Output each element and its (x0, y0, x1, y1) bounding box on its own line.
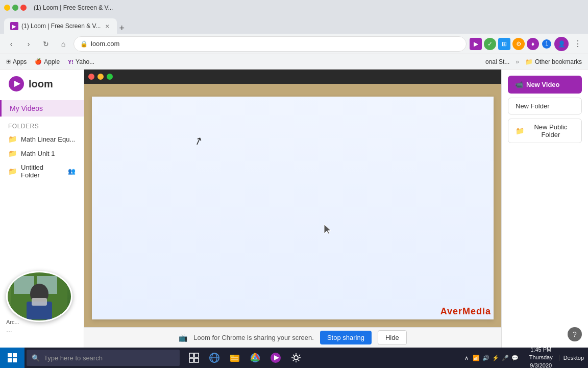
bookmark-apps[interactable]: ⊞ Apps (4, 57, 29, 66)
taskbar-settings[interactable] (286, 348, 306, 368)
clock-date: Thursday9/3/2020 (529, 354, 553, 368)
tab-title: (1) Loom | Free Screen & V... (21, 22, 101, 30)
user-camera-container (6, 271, 62, 317)
svg-rect-15 (194, 358, 199, 362)
loom-logo-icon (8, 76, 24, 92)
search-icon: 🔍 (32, 354, 40, 362)
sys-tray-icons: ∧ 📶 🔊 ⚡ 🎤 💬 (458, 354, 523, 362)
sidebar-folder-untitled[interactable]: 📁 Untitled Folder 👥 (0, 160, 84, 182)
settings-icon (290, 352, 302, 363)
bookmark-apps-label: Apps (13, 58, 27, 65)
profile-icon[interactable]: 👤 (554, 37, 569, 51)
clock-time: 1:45 PM (529, 346, 553, 354)
minimize-button[interactable] (4, 5, 10, 11)
address-text: loom.com (91, 40, 460, 48)
yahoo-icon: Y! (68, 59, 74, 65)
bookmark-apple-label: Apple (44, 58, 60, 65)
taskbar-search-box[interactable]: 🔍 Type here to search (27, 350, 180, 366)
extension-icon-4[interactable]: ♦ (527, 38, 539, 50)
rec-close-btn[interactable] (88, 74, 94, 80)
apps-icon: ⊞ (6, 58, 11, 65)
loom-taskbar-icon (270, 352, 281, 363)
search-placeholder: Type here to search (44, 354, 103, 362)
bookmark-apple[interactable]: 🍎 Apple (33, 57, 62, 66)
sharing-message: Loom for Chrome is sharing your screen. (193, 334, 314, 341)
reload-button[interactable]: ↻ (39, 37, 53, 51)
bookmark-yahoo[interactable]: Y! Yaho... (66, 57, 96, 66)
sidebar-folder-math-unit[interactable]: 📁 Math Unit 1 (0, 146, 84, 160)
hide-button[interactable]: Hide (378, 330, 407, 345)
my-videos-label: My Videos (10, 104, 43, 112)
video-camera-icon: 📹 (515, 81, 523, 88)
new-tab-button[interactable]: + (119, 23, 125, 34)
public-folder-icon: 📁 (516, 127, 524, 135)
bookmark-st[interactable]: onal St... (483, 57, 511, 66)
notification-badge[interactable]: 1 (542, 39, 551, 49)
extension-icon-2[interactable]: ⊞ (498, 38, 510, 50)
taskbar-loom-recorder[interactable] (265, 348, 286, 368)
loom-logo-text: loom (29, 78, 53, 90)
loom-sidebar: loom My Videos Folders 📁 Math Linear Equ… (0, 70, 84, 348)
volume-icon[interactable]: 🔊 (482, 354, 490, 362)
more-menu-button[interactable]: ⋮ (572, 38, 584, 50)
help-button[interactable]: ? (568, 327, 582, 341)
bookmarks-chevron: » (516, 58, 519, 65)
active-tab[interactable]: ▶ (1) Loom | Free Screen & V... ✕ (4, 18, 117, 34)
svg-rect-20 (230, 355, 234, 357)
rec-min-btn[interactable] (97, 74, 104, 80)
avermedia-watermark: AverMedia (440, 306, 491, 317)
cursor-mark: ↗ (192, 134, 204, 148)
browser-toolbar: ‹ › ↻ ⌂ 🔒 loom.com ▶ ✓ ⊞ ⚙ ♦ 1 👤 ⋮ (0, 34, 588, 54)
taskbar-chrome[interactable] (245, 348, 265, 368)
show-desktop-button[interactable]: Desktop (559, 355, 588, 361)
taskbar-ie[interactable] (204, 348, 225, 368)
new-public-folder-label: New Public Folder (527, 123, 574, 139)
battery-icon[interactable]: ⚡ (492, 354, 500, 362)
windows-icon (8, 353, 17, 362)
new-public-folder-button[interactable]: 📁 New Public Folder (508, 119, 582, 143)
network-icon[interactable]: 📶 (472, 354, 480, 362)
new-video-button[interactable]: 📹 New Video (508, 76, 582, 94)
svg-rect-21 (231, 357, 238, 358)
svg-rect-7 (32, 298, 47, 306)
sharing-notification-bar: 📺 Loom for Chrome is sharing your screen… (84, 327, 501, 348)
folder-icon-untitled: 📁 (8, 167, 17, 175)
recording-content: ↗ AverMedia (84, 84, 501, 327)
apple-icon: 🍎 (35, 58, 42, 65)
taskbar-task-view[interactable] (184, 348, 204, 368)
rec-max-btn[interactable] (107, 74, 113, 80)
clock-area[interactable]: 1:45 PM Thursday9/3/2020 (525, 346, 557, 368)
sidebar-bottom-actions: ··· (6, 327, 78, 335)
expand-tray-icon[interactable]: ∧ (462, 354, 471, 362)
bookmark-folder-other[interactable]: 📁 Other bookmarks (523, 57, 584, 66)
window-title: (1) Loom | Free Screen & V... (34, 4, 113, 11)
browser-titlebar: (1) Loom | Free Screen & V... (0, 0, 588, 15)
more-options-icon[interactable]: ··· (6, 327, 12, 335)
maximize-button[interactable] (12, 5, 18, 11)
bookmark-other-label: Other bookmarks (535, 58, 582, 65)
back-button[interactable]: ‹ (4, 37, 18, 51)
loom-extension-icon[interactable]: ▶ (470, 38, 482, 50)
stop-sharing-button[interactable]: Stop sharing (320, 331, 372, 344)
sidebar-folder-math-linear[interactable]: 📁 Math Linear Equ... (0, 132, 84, 146)
folder-icon-math-unit: 📁 (8, 149, 17, 157)
sidebar-my-videos[interactable]: My Videos (0, 100, 84, 117)
forward-button[interactable]: › (21, 37, 36, 51)
recording-titlebar (84, 70, 501, 84)
tab-close-button[interactable]: ✕ (104, 22, 111, 30)
notification-tray-icon[interactable]: 💬 (511, 354, 519, 362)
start-button[interactable] (0, 348, 24, 368)
sidebar-bottom: Arc... ··· (0, 265, 84, 341)
close-button[interactable] (20, 5, 27, 11)
whiteboard-area: ↗ (92, 97, 494, 319)
taskbar-explorer[interactable] (225, 348, 245, 368)
extension-icon-3[interactable]: ⚙ (512, 38, 525, 50)
mic-icon[interactable]: 🎤 (501, 354, 509, 362)
folder-icon-math-linear: 📁 (8, 135, 17, 143)
home-button[interactable]: ⌂ (56, 37, 70, 51)
task-view-icon (189, 353, 199, 363)
address-bar[interactable]: 🔒 loom.com (74, 36, 467, 52)
new-folder-button[interactable]: New Folder (508, 98, 582, 114)
svg-rect-22 (231, 359, 238, 360)
extension-icon-1[interactable]: ✓ (484, 38, 496, 50)
